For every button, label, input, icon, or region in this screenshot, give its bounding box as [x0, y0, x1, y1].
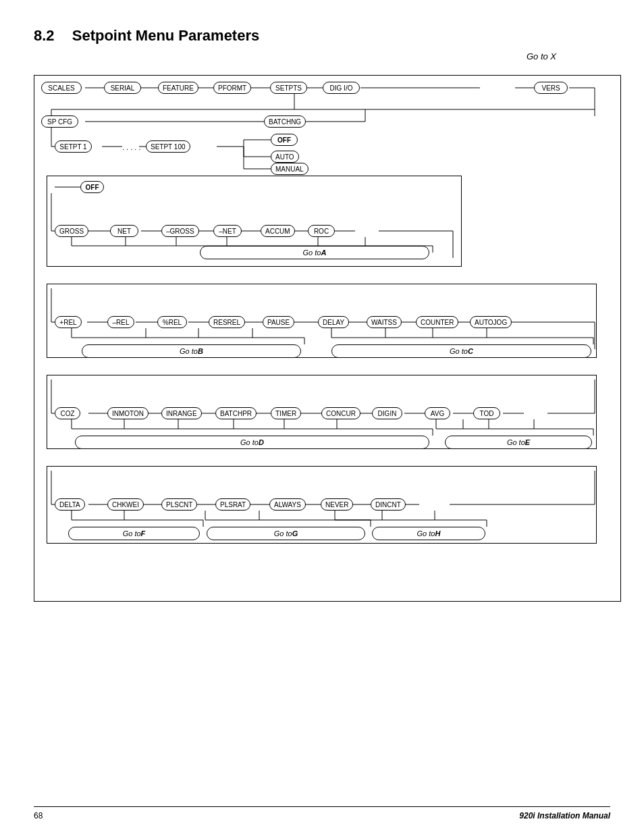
node-chkwei: CHKWEI: [107, 498, 144, 511]
goto-e-box: Go to E: [445, 436, 592, 449]
goto-c-box: Go to C: [331, 344, 591, 358]
node-setpt1: SETPT 1: [55, 140, 92, 153]
page: 8.2 Setpoint Menu Parameters Go to X: [0, 0, 644, 834]
goto-x-label: Go to X: [34, 51, 610, 61]
node-gross: GROSS: [55, 225, 88, 237]
node-prel: +REL: [55, 316, 82, 328]
node-avg: AVG: [425, 407, 450, 419]
node-inmoton: INMOTON: [107, 407, 149, 419]
goto-f-box: Go to F: [68, 527, 200, 540]
goto-h-box: Go to H: [372, 527, 485, 540]
node-dots: . . . . .: [122, 143, 141, 151]
node-pformt: PFORMT: [213, 82, 251, 94]
goto-b-box: Go to B: [82, 344, 301, 358]
node-counter: COUNTER: [416, 316, 458, 328]
node-ngross: –GROSS: [161, 225, 199, 237]
node-always: ALWAYS: [269, 498, 306, 511]
node-off-batch: OFF: [271, 134, 298, 146]
footer-manual-name: 920i Installation Manual: [519, 811, 610, 820]
footer: 68 920i Installation Manual: [34, 806, 610, 820]
node-setpt100: SETPT 100: [146, 140, 190, 153]
node-plscnt: PLSCNT: [161, 498, 197, 511]
node-scales: SCALES: [41, 82, 82, 94]
node-vers: VERS: [534, 82, 568, 94]
node-digio: DIG I/O: [323, 82, 360, 94]
goto-g-box: Go to G: [207, 527, 365, 540]
node-spcfg: SP CFG: [41, 115, 78, 128]
node-prel-pct: %REL: [157, 316, 187, 328]
node-concur: CONCUR: [321, 407, 360, 419]
node-accum: ACCUM: [261, 225, 295, 237]
node-nnet: –NET: [213, 225, 242, 237]
node-coz: COZ: [55, 407, 80, 419]
node-roc: ROC: [308, 225, 335, 237]
node-nrel: –REL: [107, 316, 134, 328]
node-manual: MANUAL: [271, 163, 308, 175]
node-serial: SERIAL: [104, 82, 141, 94]
footer-page-number: 68: [34, 811, 43, 820]
node-never: NEVER: [321, 498, 353, 511]
node-batchng: BATCHNG: [264, 115, 306, 128]
goto-a-box: Go to A: [200, 246, 429, 259]
page-title: 8.2 Setpoint Menu Parameters: [34, 27, 610, 45]
node-delta: DELTA: [55, 498, 85, 511]
node-tod: TOD: [473, 407, 500, 419]
node-batchpr: BATCHPR: [215, 407, 257, 419]
node-feature: FEATURE: [158, 82, 198, 94]
diagram-container: SCALES SERIAL FEATURE PFORMT SETPTS DIG …: [34, 75, 621, 602]
node-waitss: WAITSS: [367, 316, 402, 328]
node-delay: DELAY: [318, 316, 349, 328]
node-resrel: RESREL: [209, 316, 245, 328]
node-pause: PAUSE: [263, 316, 294, 328]
node-plsrat: PLSRAT: [215, 498, 250, 511]
node-auto: AUTO: [271, 151, 299, 163]
node-inrange: INRANGE: [161, 407, 202, 419]
node-digin: DIGIN: [372, 407, 402, 419]
node-setpts: SETPTS: [270, 82, 307, 94]
node-dincnt: DINCNT: [371, 498, 406, 511]
goto-d-box: Go to D: [75, 436, 429, 449]
node-net: NET: [110, 225, 138, 237]
node-timer: TIMER: [271, 407, 301, 419]
node-autojog: AUTOJOG: [470, 316, 512, 328]
